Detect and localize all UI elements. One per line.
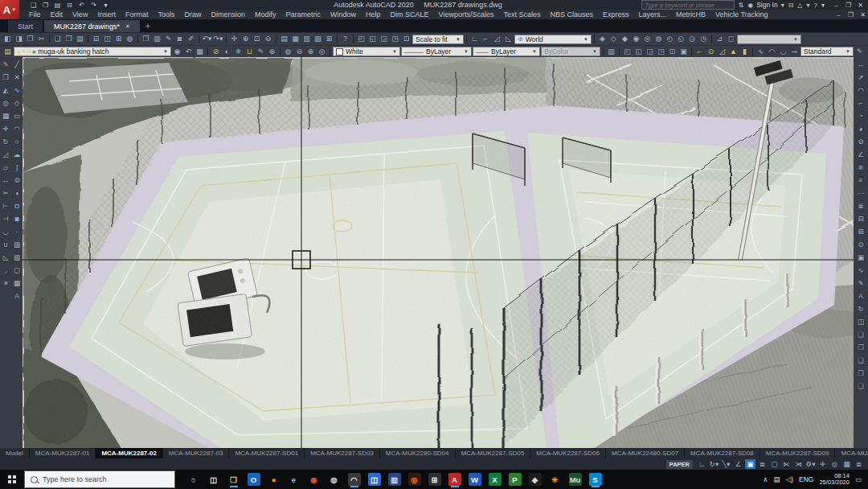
- layer-merge-icon[interactable]: ⊖: [294, 47, 305, 57]
- dim-angular-icon[interactable]: ∠: [856, 150, 866, 160]
- layer-manager-icon[interactable]: ◎: [317, 47, 327, 57]
- tool-palettes-icon[interactable]: ▥: [301, 34, 312, 44]
- explode-icon[interactable]: ✳: [1, 278, 10, 288]
- dim-space-icon[interactable]: ≣: [856, 201, 866, 212]
- layout-tab[interactable]: MCA-MUK2287-SD05: [456, 448, 531, 458]
- copy-icon[interactable]: ❐: [141, 34, 151, 44]
- cortana-button[interactable]: ○: [187, 473, 200, 486]
- dim-text-edit-icon[interactable]: A: [856, 291, 866, 302]
- plot-preview-icon[interactable]: ◫: [102, 34, 113, 44]
- zoom-realtime-icon[interactable]: ⊕: [240, 34, 251, 44]
- layer-copy-icon[interactable]: ⊕: [267, 47, 277, 57]
- viewport-display-icon[interactable]: ◧: [2, 34, 13, 44]
- named-views-icon[interactable]: ◈: [597, 34, 608, 44]
- close-button[interactable]: ✕: [855, 1, 866, 10]
- menu-item[interactable]: Draw: [179, 10, 206, 18]
- help-icon[interactable]: ?: [340, 34, 350, 44]
- application-menu-button[interactable]: A ▼: [0, 0, 19, 19]
- break-icon[interactable]: ◡: [1, 227, 10, 236]
- copy-icon[interactable]: ❐: [1, 72, 10, 82]
- dim-aligned-icon[interactable]: ⇗: [856, 72, 866, 83]
- menu-item[interactable]: Insert: [92, 10, 121, 18]
- insert-block-icon[interactable]: ◘: [12, 201, 22, 211]
- dim-ordinate-icon[interactable]: ⌐: [856, 98, 866, 109]
- angular-snap-icon[interactable]: ∠: [733, 459, 743, 469]
- annotation-icon[interactable]: ▣: [678, 47, 689, 57]
- layout-tab[interactable]: MCA-MUK2287-SD01: [229, 448, 305, 458]
- word-icon[interactable]: W: [469, 473, 481, 486]
- paste-icon[interactable]: ▥: [152, 34, 162, 44]
- hidden-icons-chevron[interactable]: ∧: [763, 475, 768, 483]
- redo-icon[interactable]: ↷▾: [213, 34, 223, 44]
- autocad-icon[interactable]: A: [448, 473, 461, 486]
- properties-palette-icon[interactable]: ▥: [606, 47, 616, 57]
- redo-icon[interactable]: ↷: [89, 1, 98, 10]
- autodesk-alert-icon[interactable]: △: [797, 2, 802, 9]
- properties-icon[interactable]: ▤: [279, 34, 289, 44]
- layout-tab[interactable]: MCA-MUK2287-02: [96, 448, 162, 458]
- layer-delete-icon[interactable]: ⊗: [305, 47, 316, 57]
- pan-icon[interactable]: ✛: [229, 34, 240, 44]
- ucs-face-icon[interactable]: ◺: [503, 34, 514, 44]
- task-view-button[interactable]: ◫: [207, 473, 220, 486]
- dynamic-input-icon[interactable]: ▣: [745, 459, 755, 469]
- layer-freeze-icon[interactable]: ❄: [233, 47, 244, 57]
- draworder-above-icon[interactable]: ❑: [856, 355, 866, 366]
- vp-tool-d-icon[interactable]: ◳: [656, 47, 666, 57]
- web-icon[interactable]: ◍: [125, 34, 135, 44]
- muse-icon[interactable]: Mu: [569, 473, 582, 486]
- view-ne-iso-icon[interactable]: ◶: [687, 34, 698, 44]
- spline-tool-icon[interactable]: ∿: [755, 47, 766, 57]
- help-icon[interactable]: ?: [814, 2, 817, 9]
- dim-continue-icon[interactable]: ⋯: [856, 188, 866, 199]
- layer-isolate-icon[interactable]: ◐: [222, 47, 232, 57]
- layer-previous-icon[interactable]: ↶: [183, 47, 194, 57]
- vp-tool-b-icon[interactable]: ◱: [633, 47, 644, 57]
- line-icon[interactable]: ╱: [12, 60, 22, 69]
- menu-item[interactable]: Express: [598, 10, 634, 18]
- doc-close-button[interactable]: ✕: [858, 10, 868, 19]
- linetype-dropdown[interactable]: ——— ByLayer ▼: [401, 47, 472, 56]
- dim-jogged-icon[interactable]: ◕: [856, 124, 866, 134]
- doc-minimize-button[interactable]: –: [833, 10, 844, 19]
- dim-baseline-icon[interactable]: ≡: [856, 175, 866, 186]
- lengthen-icon[interactable]: ↔: [1, 175, 10, 185]
- arc-tool-icon[interactable]: ◠: [767, 47, 777, 57]
- table-icon[interactable]: ▦: [12, 278, 22, 288]
- draworder-under-icon[interactable]: ❒: [856, 368, 866, 379]
- dim-tool-c-icon[interactable]: ◿: [717, 47, 727, 57]
- extend-icon[interactable]: ⊢: [1, 201, 10, 211]
- make-block-icon[interactable]: ◙: [12, 214, 22, 224]
- office-icon[interactable]: ◎: [408, 473, 421, 486]
- vp-scale-b-icon[interactable]: ◱: [367, 34, 378, 44]
- tab-start[interactable]: Start: [8, 20, 43, 32]
- lineweight-dropdown[interactable]: —— ByLayer ▼: [473, 47, 540, 56]
- layer-dropdown[interactable]: ●☀⊔■ muga-uk banking hatch ▼: [14, 47, 171, 56]
- dim-arclength-icon[interactable]: ◠: [856, 85, 866, 96]
- restore-button[interactable]: ❐: [843, 1, 854, 10]
- paper-space-button[interactable]: PAPER: [666, 460, 693, 469]
- dim-break-icon[interactable]: ⊟: [856, 214, 866, 224]
- dim-radius-icon[interactable]: ◔: [856, 111, 866, 121]
- vp-scale-e-icon[interactable]: ⊡: [401, 34, 411, 44]
- menu-item[interactable]: MetricHB: [671, 10, 710, 18]
- design-center-icon[interactable]: ▦: [290, 34, 301, 44]
- menu-item[interactable]: Dimension: [206, 10, 250, 18]
- cut-clip-icon[interactable]: ✂: [36, 34, 47, 44]
- color-dropdown[interactable]: White ▼: [333, 47, 400, 56]
- dim-linear-icon[interactable]: ↔: [856, 60, 866, 70]
- layer-match-icon[interactable]: ✎: [256, 47, 266, 57]
- save-file-icon[interactable]: ▤: [75, 34, 85, 44]
- menu-item[interactable]: Modify: [250, 10, 281, 18]
- menu-item[interactable]: Format: [121, 10, 154, 18]
- view-bottom-icon[interactable]: ◆: [620, 34, 630, 44]
- internet-explorer-icon[interactable]: e: [288, 473, 301, 486]
- layer-walk-icon[interactable]: ◍: [283, 47, 293, 57]
- zoom-previous-icon[interactable]: ⊖: [263, 34, 273, 44]
- ucs-object-icon[interactable]: ◿: [492, 34, 502, 44]
- customization-gear-icon[interactable]: ⚙▾: [805, 459, 816, 469]
- menu-item[interactable]: Edit: [46, 10, 68, 18]
- project-icon[interactable]: P: [509, 473, 522, 486]
- undo-icon[interactable]: ↶▾: [202, 34, 212, 44]
- menu-item[interactable]: View: [68, 10, 92, 18]
